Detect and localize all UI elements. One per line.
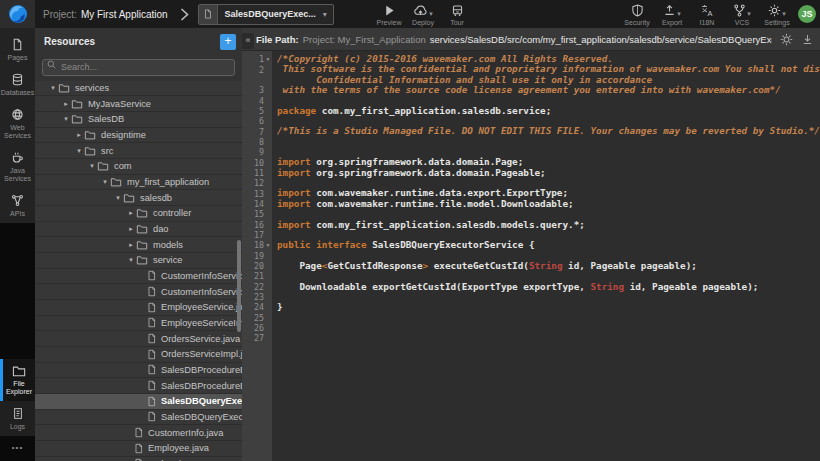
tree-item-label: MyJavaService: [88, 99, 151, 109]
folder-icon: [136, 255, 148, 265]
code-text: [272, 313, 277, 323]
line-gutter: 8: [242, 137, 272, 147]
tree-folder-row[interactable]: ▾SalesDB: [35, 112, 242, 128]
line-gutter: [242, 75, 272, 85]
chevron-down-icon: ▾: [747, 10, 751, 17]
tree-item-label: SalesDB: [88, 114, 124, 124]
tree-folder-row[interactable]: ▸models: [35, 237, 242, 253]
tree-folder-row[interactable]: ▸designtime: [35, 128, 242, 144]
code-line: 16import com.my_first_application.salesd…: [242, 220, 820, 230]
tree-folder-row[interactable]: ▾my_first_application: [35, 175, 242, 191]
vcs-button[interactable]: ▾VCS: [729, 3, 755, 26]
caret-expanded-icon[interactable]: ▾: [113, 194, 123, 202]
code-line: 24}: [242, 302, 820, 312]
caret-collapsed-icon[interactable]: ▸: [126, 209, 136, 217]
caret-expanded-icon[interactable]: ▾: [61, 115, 71, 123]
tree-file-row[interactable]: EmployeeServiceImpl.java: [35, 316, 242, 332]
caret-expanded-icon[interactable]: ▾: [87, 162, 97, 170]
tree-file-row[interactable]: SalesDBQueryExecutorServiceImpl.java: [35, 410, 242, 426]
caret-expanded-icon[interactable]: ▾: [74, 147, 84, 155]
sidebar-item-web-services[interactable]: Web Services: [0, 102, 35, 145]
security-button[interactable]: Security: [624, 3, 650, 26]
export-button[interactable]: ▾Export: [659, 3, 685, 26]
tree-folder-row[interactable]: ▸MyJavaService: [35, 96, 242, 112]
tree-file-row[interactable]: Orders.java: [35, 457, 242, 461]
artefact-dropdown[interactable]: SalesDBQueryExec... ▾: [198, 4, 334, 25]
tree-folder-row[interactable]: ▾src: [35, 143, 242, 159]
fold-marker-icon[interactable]: ▾: [264, 54, 272, 64]
sidebar-item-label: Logs: [10, 423, 25, 431]
caret-collapsed-icon[interactable]: ▸: [61, 100, 71, 108]
wavemaker-logo-icon[interactable]: [0, 0, 35, 28]
caret-collapsed-icon[interactable]: ▸: [126, 241, 136, 249]
code-line: 20 Page<GetCustIdResponse> executeGetCus…: [242, 261, 820, 271]
line-gutter: 22: [242, 282, 272, 292]
sidebar-item-java-services[interactable]: Java Services: [0, 145, 35, 188]
user-avatar[interactable]: JS: [798, 5, 816, 23]
caret-collapsed-icon[interactable]: ▸: [74, 131, 84, 139]
search-input[interactable]: [42, 59, 235, 76]
tree-file-row[interactable]: SalesDBProcedureExecutorServiceImpl.java: [35, 378, 242, 394]
sidebar-item-label: Web Services: [0, 124, 35, 140]
sidebar-item-file-explorer[interactable]: File Explorer: [0, 359, 35, 401]
i18n-button[interactable]: AI18N: [694, 3, 720, 26]
deploy-button[interactable]: ▾Deploy: [410, 3, 436, 26]
tree-scrollbar[interactable]: [237, 240, 241, 332]
tree-file-row[interactable]: Employee.java: [35, 441, 242, 457]
caret-collapsed-icon[interactable]: ▸: [126, 225, 136, 233]
sidebar-item-logs[interactable]: Logs: [0, 401, 35, 436]
tree-folder-row[interactable]: ▾com: [35, 159, 242, 175]
tree-item-label: service: [153, 255, 182, 265]
tree-file-row[interactable]: OrdersService.java: [35, 331, 242, 347]
sidebar-item-apis[interactable]: APIs: [0, 188, 35, 223]
code-line: 5package com.my_first_application.salesd…: [242, 106, 820, 116]
tree-folder-row[interactable]: ▸controller: [35, 206, 242, 222]
file-icon: [147, 396, 156, 407]
sidebar-item-label: File Explorer: [3, 380, 35, 396]
line-gutter: 12: [242, 178, 272, 188]
tree-folder-row[interactable]: ▾salesdb: [35, 190, 242, 206]
code-area[interactable]: 1▾/*Copyright (c) 2015-2016 wavemaker.co…: [242, 51, 820, 461]
tree-file-row[interactable]: EmployeeService.java: [35, 300, 242, 316]
line-gutter: 25: [242, 313, 272, 323]
tree-folder-row[interactable]: ▾service: [35, 253, 242, 269]
tool-label: Export: [662, 19, 682, 26]
tree-file-row[interactable]: CustomerInfo.java: [35, 425, 242, 441]
file-tree: ▾services▸MyJavaService▾SalesDB▸designti…: [35, 81, 242, 461]
code-text: Downloadable exportGetCustId(ExportType …: [272, 282, 758, 292]
resources-panel: Resources + « ▾services▸MyJavaService▾Sa…: [35, 28, 242, 461]
caret-expanded-icon[interactable]: ▾: [48, 84, 58, 92]
settings-button[interactable]: ▾Settings: [764, 3, 790, 26]
add-resource-button[interactable]: +: [220, 34, 236, 50]
line-gutter: 10: [242, 157, 272, 167]
tree-file-row[interactable]: CustomerInfoServiceImpl.java: [35, 284, 242, 300]
tree-file-row[interactable]: SalesDBQueryExecutorService.java: [35, 394, 242, 410]
collapse-panel-button[interactable]: «: [242, 33, 254, 49]
tool-label: Settings: [764, 19, 789, 26]
preview-button[interactable]: Preview: [376, 3, 402, 26]
tree-item-label: OrdersServiceImpl.java: [161, 349, 242, 359]
code-text: import com.my_first_application.salesdb.…: [272, 220, 585, 230]
editor-settings-gear-icon[interactable]: [780, 33, 793, 46]
cloud-upload-icon: [413, 4, 428, 17]
sidebar-more-button[interactable]: •••: [0, 436, 35, 461]
sidebar-item-databases[interactable]: Databases: [0, 67, 35, 102]
line-gutter: 15: [242, 209, 272, 219]
line-gutter: 5: [242, 106, 272, 116]
project-breadcrumb: Project: My First Application: [35, 9, 168, 20]
fold-marker-icon[interactable]: ▾: [264, 240, 272, 250]
caret-expanded-icon[interactable]: ▾: [100, 178, 110, 186]
top-bar: Project: My First Application SalesDBQue…: [0, 0, 820, 28]
tree-folder-row[interactable]: ▾services: [35, 81, 242, 97]
wavemaker-studio: Project: My First Application SalesDBQue…: [0, 0, 820, 461]
tree-file-row[interactable]: OrdersServiceImpl.java: [35, 347, 242, 363]
tour-button[interactable]: Tour: [444, 3, 470, 26]
sidebar-item-pages[interactable]: Pages: [0, 32, 35, 67]
tree-file-row[interactable]: CustomerInfoService.java: [35, 269, 242, 285]
download-file-icon[interactable]: [801, 33, 814, 46]
sidebar-item-label: Databases: [1, 89, 34, 97]
line-gutter: 20: [242, 261, 272, 271]
tree-file-row[interactable]: SalesDBProcedureExecutorService.java: [35, 363, 242, 379]
tree-folder-row[interactable]: ▸dao: [35, 222, 242, 238]
caret-expanded-icon[interactable]: ▾: [126, 256, 136, 264]
